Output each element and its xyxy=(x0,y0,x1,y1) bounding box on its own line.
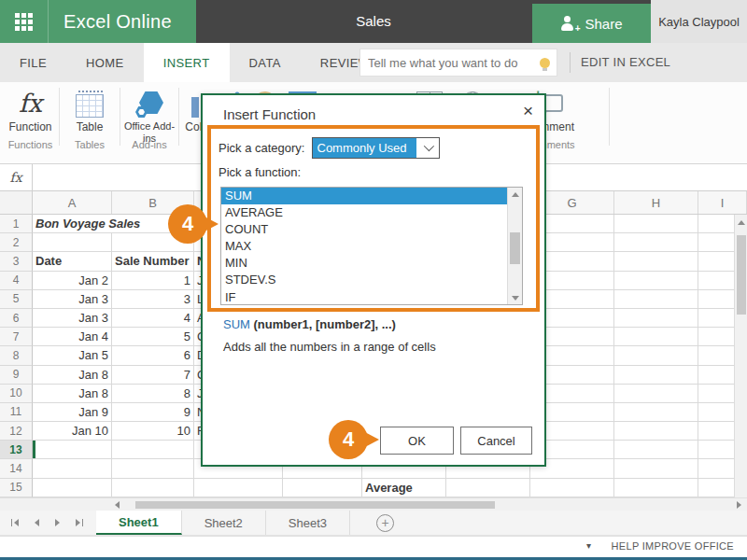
cell-A2[interactable] xyxy=(33,233,112,252)
cancel-button[interactable]: Cancel xyxy=(460,427,532,455)
cell-G15[interactable] xyxy=(530,479,614,497)
list-scroll-down-arrow[interactable] xyxy=(508,293,522,302)
app-launcher-button[interactable] xyxy=(0,0,49,43)
cell-A11[interactable]: Jan 9 xyxy=(33,403,112,422)
cell-H12[interactable] xyxy=(614,422,698,441)
cell-B8[interactable]: 6 xyxy=(112,346,194,365)
scroll-left-arrow[interactable] xyxy=(110,498,123,511)
cell-C15[interactable] xyxy=(194,479,283,497)
row-header-13[interactable]: 13 xyxy=(0,441,33,459)
cell-B6[interactable]: 4 xyxy=(112,309,194,328)
prev-sheet-arrow[interactable] xyxy=(35,519,39,526)
tab-data[interactable]: DATA xyxy=(230,43,301,82)
cell-B12[interactable]: 10 xyxy=(112,422,194,441)
cell-A7[interactable]: Jan 4 xyxy=(33,328,112,346)
column-header-H[interactable]: H xyxy=(614,191,698,214)
ok-button[interactable]: OK xyxy=(380,427,454,455)
cell-B15[interactable] xyxy=(112,479,194,497)
row-header-1[interactable]: 1 xyxy=(0,215,33,233)
cell-A14[interactable] xyxy=(33,459,112,478)
row-header-11[interactable]: 11 xyxy=(0,403,33,422)
row-header-15[interactable]: 15 xyxy=(0,479,33,497)
cell-B5[interactable]: 3 xyxy=(112,290,194,309)
row-header-12[interactable]: 12 xyxy=(0,422,33,441)
cell-H3[interactable] xyxy=(614,252,698,271)
office-addins-button[interactable]: Office Add-ins xyxy=(122,86,176,145)
function-button[interactable]: fx Function xyxy=(4,86,57,133)
add-sheet-button[interactable]: + xyxy=(376,514,394,532)
user-name[interactable]: Kayla Claypool xyxy=(651,0,747,43)
row-header-14[interactable]: 14 xyxy=(0,459,33,478)
cell-H7[interactable] xyxy=(614,328,698,346)
function-list-item-min[interactable]: MIN xyxy=(221,255,522,272)
cell-H6[interactable] xyxy=(614,309,698,328)
row-header-2[interactable]: 2 xyxy=(0,233,33,252)
scroll-right-arrow[interactable] xyxy=(732,498,745,511)
category-dropdown[interactable]: Commonly Used xyxy=(312,137,440,159)
sheet-tab-sheet1[interactable]: Sheet1 xyxy=(96,511,182,535)
help-improve-office-link[interactable]: HELP IMPROVE OFFICE xyxy=(612,540,734,552)
cell-A6[interactable]: Jan 3 xyxy=(33,309,112,328)
cell-H5[interactable] xyxy=(614,290,698,309)
column-header-A[interactable]: A xyxy=(33,191,112,214)
row-header-9[interactable]: 9 xyxy=(0,366,33,385)
column-header-I[interactable]: I xyxy=(698,191,747,214)
cell-A8[interactable]: Jan 5 xyxy=(33,346,112,365)
cell-H4[interactable] xyxy=(614,272,698,290)
function-list-item-sum[interactable]: SUM xyxy=(221,188,522,204)
function-list-item-stdev.s[interactable]: STDEV.S xyxy=(221,272,522,288)
status-dropdown-caret[interactable]: ▾ xyxy=(586,540,591,551)
function-list-item-max[interactable]: MAX xyxy=(221,238,522,255)
row-header-4[interactable]: 4 xyxy=(0,272,33,290)
cell-A13[interactable] xyxy=(33,441,112,459)
cell-B9[interactable]: 7 xyxy=(112,366,194,385)
share-button[interactable]: + Share xyxy=(532,4,651,43)
scroll-up-arrow[interactable] xyxy=(735,217,747,228)
cell-H13[interactable] xyxy=(614,441,698,459)
edit-in-excel-button[interactable]: EDIT IN EXCEL xyxy=(581,49,670,77)
last-sheet-arrow[interactable] xyxy=(76,519,83,526)
cell-A5[interactable]: Jan 3 xyxy=(33,290,112,309)
close-icon[interactable]: × xyxy=(523,101,533,121)
cell-B13[interactable] xyxy=(112,441,194,459)
function-list-item-average[interactable]: AVERAGE xyxy=(221,204,522,221)
sheet-tab-sheet3[interactable]: Sheet3 xyxy=(266,511,350,535)
function-list-scrollbar[interactable] xyxy=(507,188,522,304)
cell-H15[interactable] xyxy=(614,479,698,497)
function-list-item-count[interactable]: COUNT xyxy=(221,221,522,238)
vertical-scroll-thumb[interactable] xyxy=(737,235,746,315)
list-scroll-up-arrow[interactable] xyxy=(508,189,522,199)
row-header-6[interactable]: 6 xyxy=(0,309,33,328)
horizontal-scrollbar[interactable] xyxy=(0,497,747,511)
select-all-corner[interactable] xyxy=(0,191,33,214)
cell-B7[interactable]: 5 xyxy=(112,328,194,346)
cell-B3[interactable]: Sale Number xyxy=(112,252,194,271)
horizontal-scroll-thumb[interactable] xyxy=(135,501,495,509)
cell-A10[interactable]: Jan 8 xyxy=(33,385,112,403)
first-sheet-arrow[interactable] xyxy=(11,519,19,526)
tell-me-input[interactable] xyxy=(360,56,540,70)
function-list-item-if[interactable]: IF xyxy=(221,289,522,305)
row-header-3[interactable]: 3 xyxy=(0,252,33,271)
next-sheet-arrow[interactable] xyxy=(55,519,60,526)
cell-D15[interactable] xyxy=(283,479,362,497)
row-header-5[interactable]: 5 xyxy=(0,290,33,309)
cell-H11[interactable] xyxy=(614,403,698,422)
cell-B14[interactable] xyxy=(112,459,194,478)
cell-A12[interactable]: Jan 10 xyxy=(33,422,112,441)
cell-H10[interactable] xyxy=(614,385,698,403)
table-button[interactable]: Table xyxy=(63,86,117,133)
cell-B11[interactable]: 9 xyxy=(112,403,194,422)
row-header-7[interactable]: 7 xyxy=(0,328,33,346)
cell-A4[interactable]: Jan 2 xyxy=(33,272,112,290)
sheet-tab-sheet2[interactable]: Sheet2 xyxy=(182,511,266,535)
tab-home[interactable]: HOME xyxy=(66,43,144,82)
cell-A3[interactable]: Date xyxy=(33,252,112,271)
cell-B10[interactable]: 8 xyxy=(112,385,194,403)
tab-insert[interactable]: INSERT xyxy=(144,43,230,82)
cell-F15[interactable] xyxy=(446,479,530,497)
cell-B4[interactable]: 1 xyxy=(112,272,194,290)
cell-H9[interactable] xyxy=(614,366,698,385)
cell-A9[interactable]: Jan 8 xyxy=(33,366,112,385)
vertical-scrollbar[interactable] xyxy=(734,215,747,497)
